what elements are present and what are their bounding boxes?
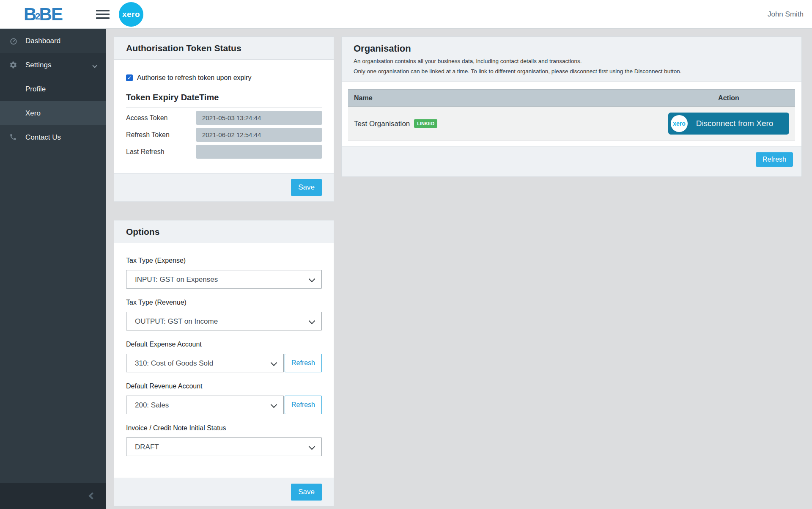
- table-row: Test OrganisationLINKED xero Disconnect …: [348, 107, 795, 141]
- default-revenue-account-label: Default Revenue Account: [126, 382, 322, 390]
- last-refresh-value[interactable]: [196, 145, 322, 159]
- tax-type-revenue-select[interactable]: OUTPUT: GST on Income: [126, 312, 322, 330]
- sidebar-item-label: Dashboard: [25, 37, 60, 45]
- organisation-table: Name Action Test OrganisationLINKED: [348, 89, 795, 141]
- sidebar-item-label: Contact Us: [25, 133, 61, 142]
- chevron-down-icon: 310: Cost of Goods Sold: [126, 354, 284, 372]
- default-expense-account-label: Default Expense Account: [126, 341, 322, 348]
- sidebar-item-settings[interactable]: Settings: [0, 53, 106, 77]
- options-save-button[interactable]: Save: [291, 484, 322, 501]
- organisation-action-cell: xero Disconnect from Xero: [662, 107, 795, 141]
- token-row-refresh: Refresh Token: [126, 128, 322, 142]
- options-card-title: Options: [126, 227, 322, 237]
- tax-type-revenue-label: Tax Type (Revenue): [126, 299, 322, 306]
- top-header: B2BE xero John Smith: [0, 0, 812, 29]
- refresh-token-value[interactable]: [196, 128, 322, 142]
- main-content: Authorisation Token Status ✓ Authorise t…: [106, 29, 812, 509]
- chevron-down-icon: 200: Sales: [126, 396, 284, 414]
- last-refresh-label: Last Refresh: [126, 148, 196, 156]
- auth-token-status-card: Authorisation Token Status ✓ Authorise t…: [114, 36, 334, 202]
- user-name[interactable]: John Smith: [768, 10, 804, 19]
- sidebar-item-label: Xero: [25, 109, 41, 118]
- sidebar-item-label: Settings: [25, 61, 51, 69]
- organisation-refresh-button[interactable]: Refresh: [756, 152, 793, 167]
- organisation-description-2: Only one organisation can be linked at a…: [354, 68, 790, 74]
- xero-logo: xero: [671, 115, 688, 132]
- chevron-down-icon: INPUT: GST on Expenses: [126, 270, 322, 289]
- disconnect-button-label: Disconnect from Xero: [688, 119, 782, 128]
- options-card-header: Options: [114, 220, 334, 243]
- sidebar-group-settings: Settings Profile Xero: [0, 53, 106, 125]
- organisation-description-1: An organisation contains all your busine…: [354, 58, 790, 64]
- gear-icon: [9, 61, 18, 69]
- refresh-token-label: Refresh Token: [126, 131, 196, 139]
- token-expiry-heading: Token Expiry DateTime: [126, 93, 322, 108]
- sidebar-item-xero[interactable]: Xero: [0, 101, 106, 125]
- invoice-status-select[interactable]: DRAFT: [126, 437, 322, 456]
- organisation-panel: Organisation An organisation contains al…: [341, 36, 802, 177]
- hamburger-menu-icon[interactable]: [96, 10, 110, 19]
- linked-status-badge: LINKED: [414, 119, 437, 128]
- auth-save-button[interactable]: Save: [291, 179, 322, 196]
- sidebar-item-label: Profile: [25, 85, 46, 94]
- chevron-down-icon: OUTPUT: GST on Income: [126, 312, 322, 330]
- organisation-title: Organisation: [354, 43, 790, 54]
- access-token-value[interactable]: [196, 111, 322, 125]
- options-card-footer: Save: [114, 478, 334, 506]
- disconnect-from-xero-button[interactable]: xero Disconnect from Xero: [668, 113, 789, 135]
- token-row-access: Access Token: [126, 111, 322, 125]
- organisation-name: Test Organisation: [354, 120, 410, 128]
- sidebar-item-dashboard[interactable]: Dashboard: [0, 29, 106, 53]
- sidebar: Dashboard Settings Profile Xero Contact …: [0, 29, 106, 509]
- sidebar-item-contact-us[interactable]: Contact Us: [0, 125, 106, 149]
- column-header-action: Action: [662, 90, 795, 107]
- chevron-left-icon: [89, 492, 96, 500]
- options-card: Options Tax Type (Expense) INPUT: GST on…: [114, 220, 334, 506]
- gauge-icon: [9, 37, 18, 45]
- authorise-refresh-checkbox[interactable]: ✓: [126, 74, 133, 81]
- expense-account-refresh-button[interactable]: Refresh: [285, 354, 322, 372]
- sidebar-collapse-button[interactable]: [0, 483, 106, 509]
- sidebar-item-profile[interactable]: Profile: [0, 77, 106, 101]
- chevron-down-icon: DRAFT: [126, 437, 322, 456]
- invoice-status-label: Invoice / Credit Note Initial Status: [126, 424, 322, 432]
- xero-logo: xero: [119, 2, 143, 27]
- default-expense-account-select[interactable]: 310: Cost of Goods Sold: [126, 354, 284, 372]
- table-header-row: Name Action: [348, 90, 795, 107]
- b2be-logo: B2BE: [24, 6, 62, 23]
- tax-type-expense-label: Tax Type (Expense): [126, 257, 322, 264]
- default-revenue-account-select[interactable]: 200: Sales: [126, 396, 284, 414]
- phone-icon: [9, 133, 18, 142]
- revenue-account-refresh-button[interactable]: Refresh: [285, 396, 322, 414]
- access-token-label: Access Token: [126, 114, 196, 122]
- organisation-footer: Refresh: [342, 146, 801, 176]
- auth-card-footer: Save: [114, 173, 334, 201]
- token-row-last-refresh: Last Refresh: [126, 145, 322, 159]
- column-header-name: Name: [348, 90, 662, 107]
- chevron-down-icon: [93, 61, 96, 69]
- auth-card-title: Authorisation Token Status: [126, 43, 322, 53]
- auth-card-header: Authorisation Token Status: [114, 37, 334, 60]
- tax-type-expense-select[interactable]: INPUT: GST on Expenses: [126, 270, 322, 289]
- organisation-name-cell: Test OrganisationLINKED: [348, 107, 662, 141]
- authorise-refresh-label: Authorise to refresh token upon expiry: [137, 74, 251, 82]
